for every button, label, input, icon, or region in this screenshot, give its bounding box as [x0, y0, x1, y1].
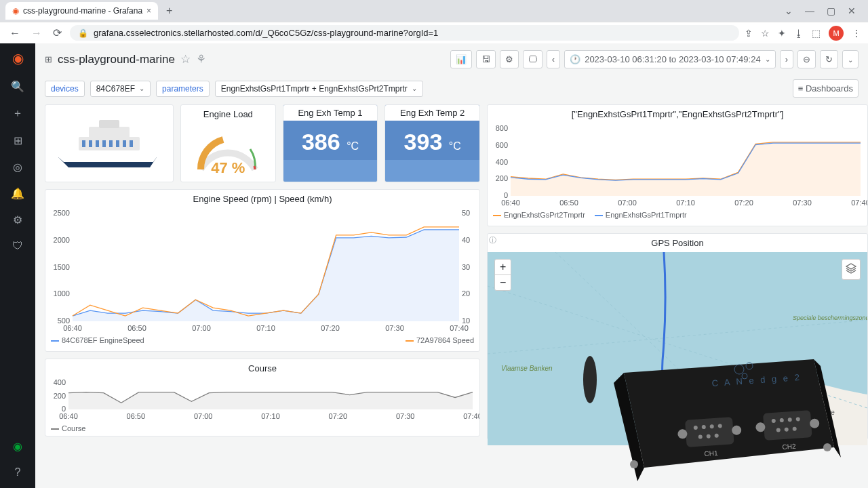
clock-icon: 🕐 — [570, 54, 580, 64]
legend-course[interactable]: Course — [51, 424, 85, 432]
svg-text:50: 50 — [462, 209, 470, 217]
svg-text:800: 800 — [496, 124, 508, 132]
alerting-icon[interactable]: 🔔 — [11, 187, 24, 200]
svg-text:06:50: 06:50 — [559, 199, 578, 207]
svg-point-54 — [583, 356, 597, 403]
svg-text:1000: 1000 — [54, 289, 70, 298]
refresh-button[interactable]: ↻ — [820, 50, 838, 68]
help-icon[interactable]: ? — [15, 466, 21, 479]
legend-exh1[interactable]: EngnExhstGsPrt1Tmprtr — [595, 211, 687, 219]
back-icon[interactable]: ← — [7, 24, 23, 42]
devices-variable[interactable]: devices — [45, 81, 85, 97]
map-zoom-in-button[interactable]: + — [495, 260, 511, 275]
tab-title: css-playground-marine - Grafana — [23, 6, 142, 16]
svg-rect-7 — [109, 140, 113, 147]
info-icon[interactable]: ⓘ — [489, 235, 496, 245]
chevron-down-icon: ⌄ — [765, 56, 770, 63]
svg-rect-6 — [102, 140, 106, 147]
time-range-picker[interactable]: 🕐 2023-03-10 06:31:20 to 2023-03-10 07:4… — [564, 50, 776, 68]
legend-exh2[interactable]: EngnExhstGsPrt2Tmprtr — [493, 211, 585, 219]
svg-text:07:10: 07:10 — [676, 199, 695, 207]
svg-text:CH2: CH2 — [782, 443, 796, 451]
maximize-icon[interactable]: ▢ — [827, 5, 835, 16]
svg-rect-10 — [130, 140, 133, 147]
grafana-logo-icon[interactable]: ◉ — [12, 50, 24, 66]
save-button[interactable]: 🖫 — [476, 50, 496, 68]
plus-icon[interactable]: ＋ — [12, 106, 23, 121]
svg-text:40: 40 — [462, 236, 470, 244]
svg-text:07:40: 07:40 — [450, 324, 469, 332]
server-admin-icon[interactable]: 🛡 — [12, 240, 23, 252]
star-dashboard-icon[interactable]: ☆ — [180, 52, 191, 66]
panel-grid-icon[interactable]: ⊞ — [45, 54, 52, 64]
dashboards-icon[interactable]: ⊞ — [14, 134, 22, 147]
svg-text:200: 200 — [54, 392, 66, 400]
svg-text:07:40: 07:40 — [463, 412, 479, 420]
svg-text:Vlaamse
Banken: Vlaamse Banken — [501, 365, 553, 372]
svg-text:07:40: 07:40 — [851, 199, 867, 207]
svg-rect-3 — [82, 140, 85, 147]
menu-icon[interactable]: ⋮ — [852, 28, 861, 39]
devices-value-dropdown[interactable]: 84C678EF⌄ — [90, 81, 151, 97]
configuration-icon[interactable]: ⚙ — [13, 214, 22, 226]
zoom-out-button[interactable]: ⊖ — [797, 50, 816, 68]
share-icon[interactable]: ⇪ — [745, 28, 753, 39]
search-icon[interactable]: 🔍 — [11, 80, 24, 93]
svg-text:06:40: 06:40 — [63, 324, 82, 332]
settings-button[interactable]: ⚙ — [500, 50, 519, 68]
reload-icon[interactable]: ⟳ — [50, 24, 64, 42]
course-chart[interactable]: 020040006:4006:5007:0007:1007:2007:3007:… — [45, 378, 479, 422]
address-bar[interactable]: 🔒 grafana.csselectronics.stellarhosted.c… — [70, 25, 739, 41]
course-panel: Course 020040006:4006:5007:0007:1007:200… — [45, 359, 480, 436]
close-window-icon[interactable]: ✕ — [848, 5, 856, 16]
dashboard-title: css-playground-marine ☆ ⚘ — [58, 52, 206, 66]
svg-rect-2 — [99, 120, 119, 128]
map-zoom-out-button[interactable]: − — [495, 275, 511, 290]
tv-mode-button[interactable]: 🖵 — [523, 50, 542, 68]
svg-rect-9 — [123, 140, 126, 147]
legend-engine-speed[interactable]: 84C678EF EngineSpeed — [51, 336, 144, 344]
forward-icon[interactable]: → — [28, 24, 45, 42]
user-icon[interactable]: ◉ — [13, 440, 22, 453]
legend-vehicle-speed[interactable]: 72A97864 Speed — [406, 336, 474, 344]
close-tab-icon[interactable]: × — [146, 6, 151, 16]
add-panel-button[interactable]: 📊 — [450, 50, 472, 68]
svg-text:600: 600 — [496, 141, 508, 149]
extensions-icon[interactable]: ✦ — [778, 28, 786, 39]
svg-text:06:40: 06:40 — [501, 199, 520, 207]
svg-text:Speciale
beschermingszone: Speciale beschermingszone — [793, 314, 867, 321]
map-layers-button[interactable] — [842, 259, 861, 280]
svg-point-82 — [823, 443, 831, 451]
svg-text:06:50: 06:50 — [127, 324, 146, 332]
profile-avatar[interactable]: M — [829, 26, 844, 41]
svg-text:07:00: 07:00 — [618, 199, 637, 207]
svg-text:20: 20 — [462, 289, 470, 298]
chevron-down-icon[interactable]: ⌄ — [785, 5, 793, 16]
explore-icon[interactable]: ◎ — [13, 161, 22, 174]
refresh-interval-button[interactable]: ⌄ — [842, 50, 859, 68]
time-forward-button[interactable]: › — [780, 50, 793, 68]
new-tab-button[interactable]: + — [161, 2, 178, 20]
grafana-favicon: ◉ — [12, 6, 19, 16]
svg-text:06:50: 06:50 — [127, 412, 146, 420]
share-dashboard-icon[interactable]: ⚘ — [196, 52, 206, 66]
svg-text:07:20: 07:20 — [734, 199, 753, 207]
parameters-variable[interactable]: parameters — [156, 81, 210, 97]
minimize-icon[interactable]: — — [805, 5, 814, 16]
dashboards-list-button[interactable]: ≡ Dashboards — [793, 79, 859, 98]
parameters-value-dropdown[interactable]: EngnExhstGsPrt1Tmprtr + EngnExhstGsPrt2T… — [215, 81, 423, 97]
time-back-button[interactable]: ‹ — [547, 50, 560, 68]
lock-icon: 🔒 — [78, 28, 88, 38]
download-icon[interactable]: ⭳ — [794, 28, 804, 39]
engine-load-panel: Engine Load 47 % — [180, 104, 276, 182]
svg-rect-70 — [763, 410, 812, 441]
shield-icon[interactable]: ⬚ — [812, 28, 821, 39]
exhaust-chart[interactable]: 020040060080006:4006:5007:0007:1007:2007… — [488, 123, 867, 208]
star-icon[interactable]: ☆ — [761, 28, 770, 39]
svg-text:07:10: 07:10 — [261, 412, 280, 420]
svg-text:400: 400 — [54, 378, 66, 386]
svg-text:07:30: 07:30 — [793, 199, 812, 207]
engine-speed-chart[interactable]: 5001000150020002500102030405006:4006:500… — [45, 208, 479, 333]
browser-tab[interactable]: ◉ css-playground-marine - Grafana × — [5, 2, 158, 20]
svg-text:200: 200 — [496, 174, 508, 182]
